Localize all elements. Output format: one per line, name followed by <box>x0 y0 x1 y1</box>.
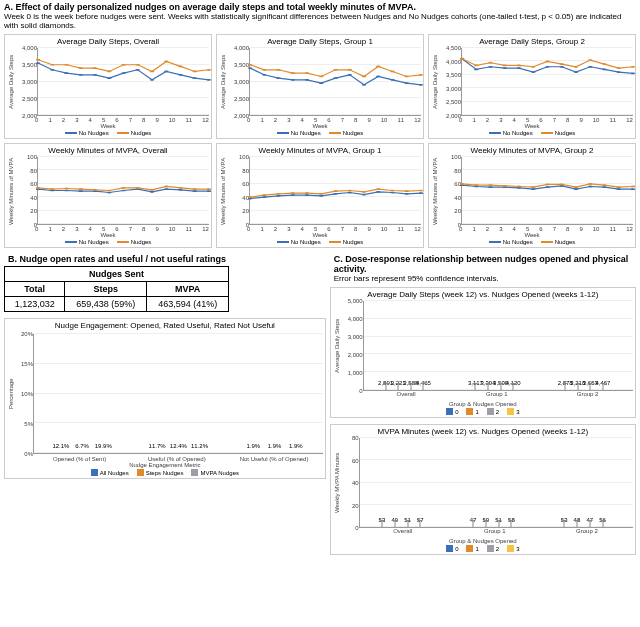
svg-point-149 <box>545 184 549 186</box>
svg-point-54 <box>488 66 492 68</box>
section-a-title: A. Effect of daily personalized nudges o… <box>0 0 640 12</box>
svg-point-30 <box>305 79 309 81</box>
col-total: Total <box>5 282 65 297</box>
svg-point-14 <box>50 64 54 66</box>
svg-point-109 <box>319 195 323 197</box>
svg-point-24 <box>193 71 197 73</box>
svg-point-19 <box>121 64 125 66</box>
chart-panel: Average Daily Steps, OverallAverage Dail… <box>4 34 212 139</box>
svg-point-0 <box>36 62 40 64</box>
svg-point-9 <box>164 71 168 73</box>
svg-point-1 <box>50 69 54 71</box>
svg-point-56 <box>517 67 521 69</box>
legend-item: No Nudges <box>277 239 321 245</box>
legend-item: Nudges <box>541 130 576 136</box>
legend-item: Nudges <box>117 239 152 245</box>
svg-point-34 <box>362 84 366 86</box>
chart-panel: Average Daily Steps, Group 2Average Dail… <box>428 34 636 139</box>
svg-point-6 <box>121 72 125 74</box>
y-axis-label: Average Daily Steps <box>431 48 439 116</box>
y-axis-label: Weekly Minutes of MVPA <box>7 157 15 225</box>
legend-item: MVPA Nudges <box>191 469 239 476</box>
svg-point-142 <box>631 188 635 190</box>
svg-point-23 <box>178 66 182 68</box>
legend-item: 2 <box>487 408 499 415</box>
svg-point-7 <box>136 69 140 71</box>
svg-point-119 <box>276 193 280 195</box>
val-total: 1,123,032 <box>5 297 65 312</box>
svg-point-101 <box>178 187 182 189</box>
svg-point-53 <box>474 69 478 71</box>
svg-point-62 <box>602 69 606 71</box>
svg-point-81 <box>79 190 83 192</box>
svg-point-80 <box>64 190 68 192</box>
svg-point-113 <box>376 191 380 193</box>
svg-point-138 <box>574 188 578 190</box>
bar-b-title: Nudge Engagement: Opened, Rated Useful, … <box>7 321 323 330</box>
svg-point-87 <box>164 188 168 190</box>
chart-panel: Average Daily Steps, Group 1Average Dail… <box>216 34 424 139</box>
svg-point-5 <box>107 77 111 79</box>
svg-point-105 <box>262 196 266 198</box>
x-axis-label: Week <box>7 123 209 129</box>
svg-point-112 <box>362 194 366 196</box>
panel-c1: Average Daily Steps (week 12) vs. Nudges… <box>330 287 636 418</box>
svg-point-13 <box>36 59 40 61</box>
legend-item: Steps Nudges <box>137 469 184 476</box>
val-steps: 659,438 (59%) <box>65 297 147 312</box>
x-axis-label: Week <box>219 123 421 129</box>
svg-point-99 <box>150 189 154 191</box>
x-axis-label: Week <box>7 232 209 238</box>
svg-point-43 <box>305 72 309 74</box>
svg-point-22 <box>164 61 168 63</box>
svg-point-77 <box>631 66 635 68</box>
svg-point-48 <box>376 66 380 68</box>
legend-item: 3 <box>507 545 519 552</box>
svg-point-63 <box>617 71 621 73</box>
section-b-title: B. Nudge open rates and useful / not use… <box>4 252 326 264</box>
svg-point-42 <box>291 72 295 74</box>
svg-point-89 <box>193 190 197 192</box>
svg-point-76 <box>617 67 621 69</box>
bar-c1-ylabel: Average Daily Steps <box>333 301 341 391</box>
legend-item: No Nudges <box>277 130 321 136</box>
panel-title: Average Daily Steps, Overall <box>7 37 209 46</box>
chart-panel: Weekly Minutes of MVPA, Group 2Weekly Mi… <box>428 143 636 248</box>
svg-point-27 <box>262 74 266 76</box>
svg-point-59 <box>560 66 564 68</box>
legend-item: Nudges <box>329 239 364 245</box>
svg-point-44 <box>319 76 323 78</box>
svg-point-25 <box>207 69 211 71</box>
svg-point-117 <box>248 196 252 198</box>
svg-point-97 <box>121 187 125 189</box>
svg-point-18 <box>107 71 111 73</box>
legend-item: No Nudges <box>489 130 533 136</box>
svg-point-21 <box>150 71 154 73</box>
svg-point-39 <box>248 64 252 66</box>
bar-b-xlabel: Nudge Engagement Metric <box>7 462 323 468</box>
x-axis-label: Week <box>219 232 421 238</box>
svg-point-40 <box>262 69 266 71</box>
svg-point-38 <box>419 84 423 86</box>
bar-b-ylabel: Percentage <box>7 334 15 454</box>
x-axis-label: Week <box>431 232 633 238</box>
svg-point-41 <box>276 69 280 71</box>
svg-point-64 <box>631 73 635 75</box>
svg-point-32 <box>333 77 337 79</box>
svg-point-60 <box>574 71 578 73</box>
svg-point-111 <box>348 192 352 194</box>
svg-point-132 <box>488 186 492 188</box>
svg-point-93 <box>64 188 68 190</box>
svg-point-144 <box>474 184 478 186</box>
svg-point-120 <box>291 192 295 194</box>
val-mvpa: 463,594 (41%) <box>147 297 229 312</box>
bar-c1-title: Average Daily Steps (week 12) vs. Nudges… <box>333 290 633 299</box>
svg-point-136 <box>545 186 549 188</box>
legend-item: Nudges <box>117 130 152 136</box>
svg-point-37 <box>405 82 409 84</box>
svg-point-3 <box>79 74 83 76</box>
svg-point-57 <box>531 71 535 73</box>
svg-point-50 <box>405 76 409 78</box>
svg-point-106 <box>276 195 280 197</box>
svg-point-88 <box>178 189 182 191</box>
